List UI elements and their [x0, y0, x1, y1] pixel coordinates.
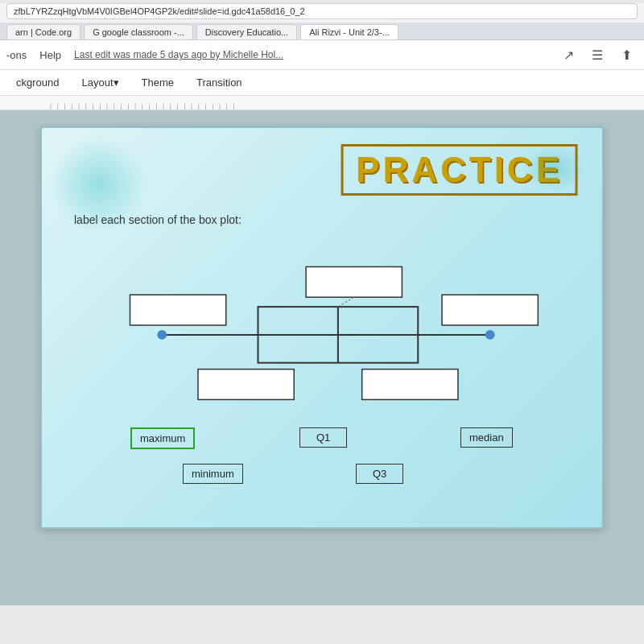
box-plot-area	[66, 242, 578, 403]
layout-button[interactable]: Layout▾	[72, 73, 128, 92]
slide-title: PRACTICE	[341, 144, 578, 196]
svg-line-1	[338, 297, 354, 307]
present-icon[interactable]: ⬆	[615, 43, 638, 66]
tab-discovery[interactable]: Discovery Educatio...	[196, 24, 297, 39]
tab-google-classroom[interactable]: G google classroom -...	[84, 24, 193, 39]
label-box-bottom-left	[198, 369, 294, 400]
main-toolbar: -ons Help Last edit was made 5 days ago …	[0, 40, 644, 70]
label-box-bottom-center	[362, 369, 458, 400]
menu-help[interactable]: Help	[39, 49, 61, 61]
trending-icon[interactable]: ↗	[557, 43, 580, 66]
label-maximum[interactable]: maximum	[130, 427, 195, 449]
theme-button[interactable]: Theme	[132, 73, 184, 92]
min-dot	[157, 330, 167, 340]
browser-chrome: zfbL7YRZzqHtgVbM4V0IGBel4OP4GP2k/edit#sl…	[0, 3, 644, 40]
background-button[interactable]: ckground	[6, 73, 68, 92]
slide-toolbar: ckground Layout▾ Theme Transition	[0, 70, 644, 96]
box-plot-svg	[66, 242, 578, 403]
slide-area: PRACTICE label each section of the box p…	[0, 110, 644, 605]
label-q3[interactable]: Q3	[356, 464, 403, 484]
label-box-left	[130, 295, 226, 325]
label-median[interactable]: median	[460, 427, 513, 448]
toolbar-icons: ↗ ☰ ⬆	[557, 43, 638, 66]
transition-button[interactable]: Transition	[187, 73, 252, 92]
slide-subtitle: label each section of the box plot:	[74, 213, 578, 226]
label-q1[interactable]: Q1	[299, 427, 347, 448]
last-edit-note: Last edit was made 5 days ago by Michell…	[74, 49, 557, 60]
slides-icon[interactable]: ☰	[586, 43, 609, 66]
tab-code-org[interactable]: arn | Code.org	[6, 24, 80, 39]
menu-ons[interactable]: -ons	[6, 49, 27, 61]
menu-items: -ons Help	[6, 49, 61, 61]
slide: PRACTICE label each section of the box p…	[40, 126, 604, 529]
label-box-top-center	[306, 266, 402, 297]
label-area: maximum Q1 median minimum Q3	[66, 419, 578, 500]
ruler-marks: | | | | | | | | | | | | | | | | | | | | …	[48, 96, 234, 109]
label-minimum[interactable]: minimum	[183, 464, 243, 484]
tab-bar: arn | Code.org G google classroom -... D…	[0, 23, 644, 39]
tab-ali-rizvi[interactable]: Ali Rizvi - Unit 2/3-...	[300, 24, 398, 39]
url-bar[interactable]: zfbL7YRZzqHtgVbM4V0IGBel4OP4GP2k/edit#sl…	[6, 3, 638, 19]
max-dot	[485, 330, 495, 340]
ruler: | | | | | | | | | | | | | | | | | | | | …	[0, 96, 644, 110]
label-box-right	[442, 295, 538, 325]
